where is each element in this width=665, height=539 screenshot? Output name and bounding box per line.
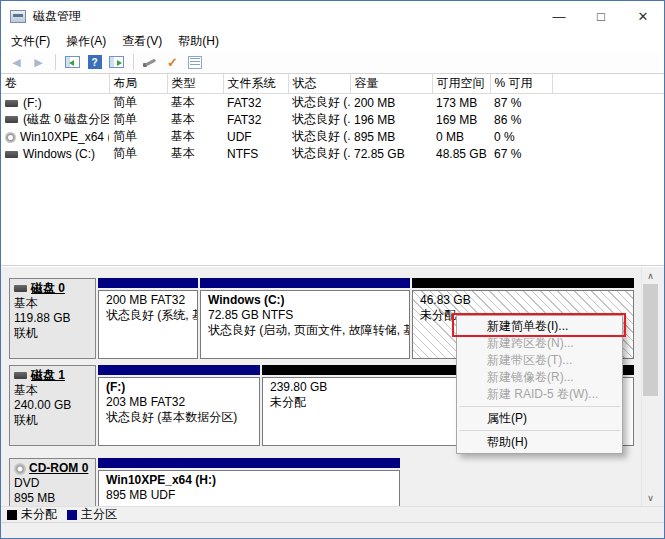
partition-status: 状态良好 (系统, 基本 xyxy=(106,308,190,323)
table-header-row: 卷 布局 类型 文件系统 状态 容量 可用空间 % 可用 xyxy=(1,74,665,94)
cell-capacity: 895 MB xyxy=(350,128,432,145)
cd-icon xyxy=(5,132,16,143)
forward-icon[interactable] xyxy=(29,53,48,72)
disk-0-partition-1[interactable]: 200 MB FAT32 状态良好 (系统, 基本 xyxy=(98,278,198,359)
help-icon[interactable] xyxy=(85,53,104,72)
col-filesystem[interactable]: 文件系统 xyxy=(223,74,288,94)
scrollbar-thumb[interactable] xyxy=(643,284,658,396)
legend-bar: 未分配 主分区 xyxy=(1,506,665,522)
partition-label: Win10XPE_x64 (H:) xyxy=(106,473,392,488)
cdrom-empty-space xyxy=(402,458,634,506)
cell-pct: 0 % xyxy=(490,128,552,145)
partition-size: 895 MB UDF xyxy=(106,488,392,503)
partition-size: 46.83 GB xyxy=(420,293,626,308)
table-row[interactable]: Windows (C:) 简单 基本 NTFS 状态良好 (... 72.85 … xyxy=(1,145,665,162)
maximize-button[interactable]: □ xyxy=(580,1,622,31)
disk-kind: 基本 xyxy=(14,383,91,398)
cell-layout: 简单 xyxy=(109,128,167,145)
show-console-tree-icon[interactable] xyxy=(63,53,82,72)
cdrom-0-media[interactable]: Win10XPE_x64 (H:) 895 MB UDF xyxy=(98,458,400,506)
table-row[interactable]: (F:) 简单 基本 FAT32 状态良好 (... 200 MB 173 MB… xyxy=(1,94,665,112)
col-status[interactable]: 状态 xyxy=(288,74,350,94)
disk-0-header[interactable]: 磁盘 0 基本 119.88 GB 联机 xyxy=(9,278,96,359)
volume-name: Win10XPE_x64 (H:) xyxy=(20,130,109,144)
partition-status: 状态良好 (启动, 页面文件, 故障转储, 基本数据 xyxy=(208,323,402,338)
col-pct-free[interactable]: % 可用 xyxy=(490,74,552,94)
cell-free: 48.85 GB xyxy=(432,145,490,162)
menu-item-new-striped-volume: 新建带区卷(T)... xyxy=(457,352,622,369)
menu-bar: 文件(F) 操作(A) 查看(V) 帮助(H) xyxy=(1,31,664,51)
menu-item-new-spanned-volume: 新建跨区卷(N)... xyxy=(457,335,622,352)
title-bar: 磁盘管理 — □ ✕ xyxy=(1,1,664,31)
cell-free: 169 MB xyxy=(432,111,490,128)
cell-type: 基本 xyxy=(167,94,223,112)
primary-partition-bar xyxy=(98,278,198,288)
volume-name: Windows (C:) xyxy=(23,147,95,161)
table-row[interactable]: (磁盘 0 磁盘分区 1) 简单 基本 FAT32 状态良好 (... 196 … xyxy=(1,111,665,128)
volume-icon xyxy=(5,151,18,158)
table-row[interactable]: Win10XPE_x64 (H:) 简单 基本 UDF 状态良好 (... 89… xyxy=(1,128,665,145)
partition-size: 200 MB FAT32 xyxy=(106,293,190,308)
cell-status: 状态良好 (... xyxy=(288,128,350,145)
partition-status: 状态良好 (基本数据分区) xyxy=(106,410,252,425)
toolbar xyxy=(1,51,664,74)
disk-size: 895 MB xyxy=(14,491,91,506)
menu-file[interactable]: 文件(F) xyxy=(3,31,58,52)
cell-pct: 67 % xyxy=(490,145,552,162)
cell-type: 基本 xyxy=(167,128,223,145)
show-action-pane-icon[interactable] xyxy=(107,53,126,72)
cell-fs: NTFS xyxy=(223,145,288,162)
highlight-rectangle xyxy=(452,313,626,337)
cell-type: 基本 xyxy=(167,145,223,162)
cell-capacity: 196 MB xyxy=(350,111,432,128)
cell-status: 状态良好 (... xyxy=(288,145,350,162)
col-volume[interactable]: 卷 xyxy=(1,74,109,94)
disk-size: 119.88 GB xyxy=(14,311,91,326)
toolbar-separator xyxy=(55,54,56,70)
cell-pct: 86 % xyxy=(490,111,552,128)
scroll-down-icon[interactable] xyxy=(642,489,659,506)
menu-item-new-mirrored-volume: 新建镜像卷(R)... xyxy=(457,369,622,386)
primary-legend-swatch xyxy=(67,510,77,520)
col-free-space[interactable]: 可用空间 xyxy=(432,74,490,94)
cell-fs: FAT32 xyxy=(223,94,288,112)
window-controls: — □ ✕ xyxy=(538,1,664,31)
menu-action[interactable]: 操作(A) xyxy=(58,31,114,52)
toolbar-separator xyxy=(133,54,134,70)
vertical-scrollbar[interactable] xyxy=(641,267,658,506)
cell-free: 0 MB xyxy=(432,128,490,145)
disk-name: 磁盘 0 xyxy=(31,281,65,295)
menu-item-properties[interactable]: 属性(P) xyxy=(457,410,622,427)
disk-kind: DVD xyxy=(14,476,91,491)
minimize-button[interactable]: — xyxy=(538,1,580,31)
cdrom-0-header[interactable]: CD-ROM 0 DVD 895 MB xyxy=(9,458,96,506)
partition-label: (F:) xyxy=(106,380,252,395)
menu-separator xyxy=(459,430,620,431)
cell-capacity: 200 MB xyxy=(350,94,432,112)
disk-1-header[interactable]: 磁盘 1 基本 240.00 GB 联机 xyxy=(9,365,96,446)
cell-fs: FAT32 xyxy=(223,111,288,128)
partition-size: 72.85 GB NTFS xyxy=(208,308,402,323)
col-capacity[interactable]: 容量 xyxy=(350,74,432,94)
col-type[interactable]: 类型 xyxy=(167,74,223,94)
volume-name: (F:) xyxy=(23,96,42,110)
disk-state: 联机 xyxy=(14,413,91,428)
close-button[interactable]: ✕ xyxy=(622,1,664,31)
primary-partition-bar xyxy=(98,365,260,375)
partition-size: 203 MB FAT32 xyxy=(106,395,252,410)
menu-item-help[interactable]: 帮助(H) xyxy=(457,434,622,451)
cdrom-0-row: CD-ROM 0 DVD 895 MB Win10XPE_x64 (H:) 89… xyxy=(9,458,634,506)
disk-0-partition-c[interactable]: Windows (C:) 72.85 GB NTFS 状态良好 (启动, 页面文… xyxy=(200,278,410,359)
disk-1-partition-f[interactable]: (F:) 203 MB FAT32 状态良好 (基本数据分区) xyxy=(98,365,260,446)
partition-label: Windows (C:) xyxy=(208,293,402,308)
col-layout[interactable]: 布局 xyxy=(109,74,167,94)
menu-help[interactable]: 帮助(H) xyxy=(170,31,227,52)
cell-fs: UDF xyxy=(223,128,288,145)
check-icon[interactable] xyxy=(163,53,182,72)
scroll-up-icon[interactable] xyxy=(642,267,659,284)
back-icon[interactable] xyxy=(7,53,26,72)
device-icon[interactable] xyxy=(141,53,160,72)
window-title: 磁盘管理 xyxy=(33,8,81,25)
menu-view[interactable]: 查看(V) xyxy=(114,31,170,52)
properties-icon[interactable] xyxy=(185,53,204,72)
